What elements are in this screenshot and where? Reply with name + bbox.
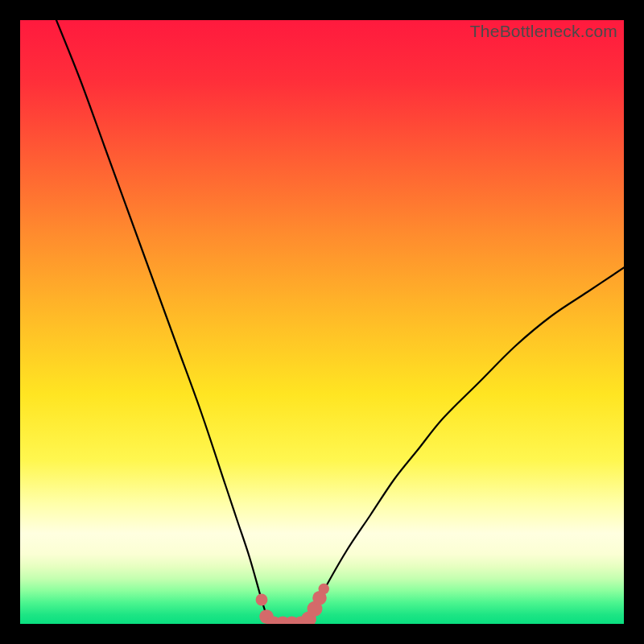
gradient-background (20, 20, 624, 624)
bottleneck-chart (20, 20, 624, 624)
watermark-text: TheBottleneck.com (470, 22, 617, 41)
highlight-dot (256, 594, 268, 606)
chart-frame: TheBottleneck.com (0, 0, 644, 644)
plot-area: TheBottleneck.com (20, 20, 624, 624)
highlight-dot (319, 584, 330, 595)
